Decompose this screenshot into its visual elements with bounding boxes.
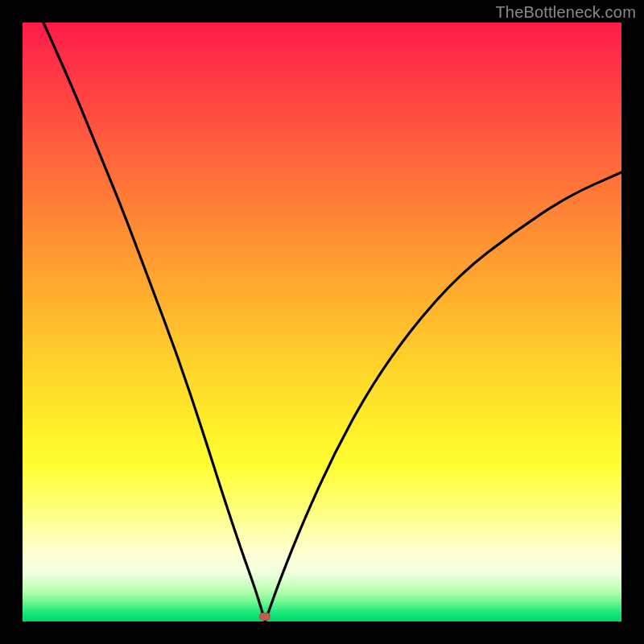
chart-frame: TheBottleneck.com — [0, 0, 644, 644]
optimal-marker — [259, 613, 270, 621]
watermark-text: TheBottleneck.com — [495, 3, 636, 22]
bottleneck-curve — [23, 23, 621, 621]
plot-area — [23, 23, 621, 621]
